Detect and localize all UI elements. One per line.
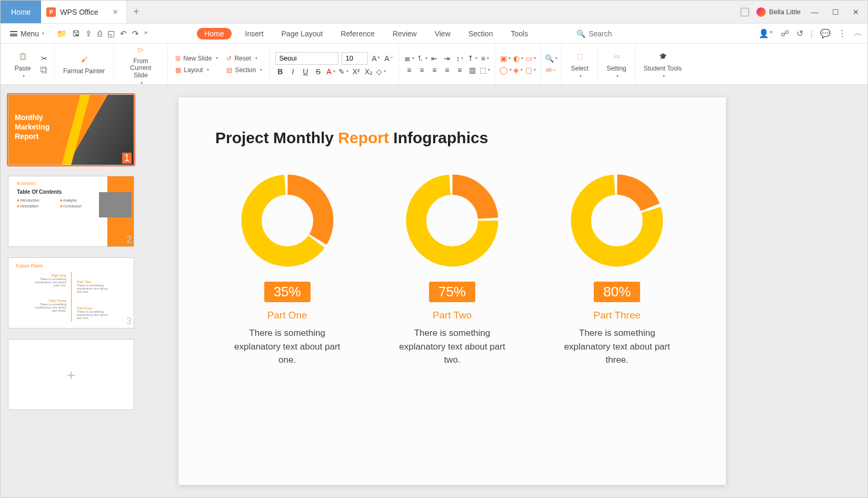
align-center-icon[interactable]: ≡ bbox=[417, 65, 426, 75]
bullets-icon[interactable]: ≣ bbox=[404, 54, 414, 63]
find-icon[interactable]: 🔍 bbox=[546, 54, 556, 63]
close-window-button[interactable]: ✕ bbox=[850, 6, 862, 18]
maximize-button[interactable]: ☐ bbox=[829, 6, 842, 18]
subscript-icon[interactable]: X₂ bbox=[364, 67, 373, 76]
replace-icon[interactable]: ab↔ bbox=[546, 65, 556, 75]
convert-smartart-icon[interactable]: ⬚ bbox=[480, 65, 490, 75]
setting-button[interactable]: ▭ Setting bbox=[603, 48, 629, 79]
tab-section[interactable]: Section bbox=[464, 27, 497, 40]
shapes-icon[interactable]: ◐ bbox=[513, 54, 523, 63]
search-input[interactable] bbox=[588, 29, 652, 38]
preview-icon[interactable]: ◱ bbox=[107, 29, 115, 38]
shrink-font-icon[interactable]: A⁻ bbox=[384, 54, 393, 63]
user-chip[interactable]: Bella Little bbox=[756, 7, 801, 17]
shape-effects-icon[interactable]: ▢ bbox=[526, 65, 535, 75]
history-icon[interactable]: ↺ bbox=[796, 28, 803, 38]
copy-icon[interactable]: ⿻ bbox=[39, 65, 49, 75]
slide-thumb-2[interactable]: BUSINESS Table Of Contents IntroductionA… bbox=[8, 176, 134, 247]
document-tab[interactable]: P WPS Office × bbox=[41, 1, 126, 23]
tab-home[interactable]: Home bbox=[197, 28, 231, 39]
slide-canvas-area: Project Monthly Report Infographics 35% … bbox=[158, 85, 867, 497]
ribbon: 📋 Paste ✂ ⿻ 🖌 Farmat Painter ▷ From Curr… bbox=[1, 44, 867, 85]
tab-view[interactable]: View bbox=[431, 27, 455, 40]
strikethrough-icon[interactable]: S bbox=[313, 67, 323, 76]
search-box[interactable]: 🔍 bbox=[576, 29, 652, 38]
select-icon: ⬚ bbox=[573, 49, 586, 63]
section-icon: ▤ bbox=[226, 66, 232, 74]
donut-part-two: 75% Part Two There is something explanat… bbox=[394, 173, 510, 367]
picture-icon[interactable]: ▣ bbox=[501, 54, 510, 63]
donut-part-three: 80% Part Three There is something explan… bbox=[559, 173, 675, 367]
layout-button[interactable]: ▦Layout bbox=[173, 65, 220, 75]
section-button[interactable]: ▤Section bbox=[224, 65, 264, 75]
window-layout-icon[interactable] bbox=[741, 8, 749, 16]
numbering-icon[interactable]: ⒈ bbox=[417, 54, 426, 63]
add-slide-thumb[interactable]: ＋ bbox=[8, 339, 134, 410]
close-tab-icon[interactable]: × bbox=[113, 7, 117, 17]
underline-icon[interactable]: U bbox=[301, 67, 310, 76]
distribute-icon[interactable]: ≡ bbox=[455, 65, 464, 75]
layout-icon: ▦ bbox=[175, 66, 181, 74]
superscript-icon[interactable]: X² bbox=[351, 67, 361, 76]
qat-more-icon[interactable]: » bbox=[144, 29, 147, 38]
add-user-icon[interactable]: 👤⁺ bbox=[759, 28, 773, 38]
shape-outline-icon[interactable]: ◈ bbox=[513, 65, 523, 75]
clear-format-icon[interactable]: ◇ bbox=[376, 67, 386, 76]
tab-insert[interactable]: Insert bbox=[241, 27, 268, 40]
decrease-indent-icon[interactable]: ⇤ bbox=[430, 54, 439, 63]
tab-page-layout[interactable]: Page Layout bbox=[277, 27, 327, 40]
chat-icon[interactable]: 💬 bbox=[820, 28, 831, 38]
line-spacing-icon[interactable]: ↕ bbox=[455, 54, 464, 63]
new-tab-button[interactable]: + bbox=[127, 1, 146, 23]
more-icon[interactable]: ⋮ bbox=[838, 28, 846, 38]
menu-button[interactable]: Menu ▾ bbox=[6, 27, 48, 40]
align-left-icon[interactable]: ≡ bbox=[404, 65, 414, 75]
select-button[interactable]: ⬚ Select bbox=[567, 48, 592, 79]
shape-fill-icon[interactable]: ◯ bbox=[501, 65, 510, 75]
justify-icon[interactable]: ≡ bbox=[442, 65, 452, 75]
from-current-slide-button[interactable]: ▷ From Current Slide bbox=[119, 42, 162, 86]
open-icon[interactable]: 📁 bbox=[57, 29, 67, 38]
home-tab[interactable]: Home bbox=[1, 1, 41, 23]
paste-button[interactable]: 📋 Paste bbox=[10, 48, 35, 79]
workspace: Monthly Marketing Report 1 BUSINESS Tabl… bbox=[1, 85, 867, 497]
slide-thumb-1[interactable]: Monthly Marketing Report 1 bbox=[8, 94, 134, 165]
undo-icon[interactable]: ↶ bbox=[120, 29, 127, 38]
share-icon[interactable]: ☍ bbox=[781, 28, 789, 38]
collapse-ribbon-icon[interactable]: ︿ bbox=[854, 28, 862, 39]
reset-button[interactable]: ↺Reset bbox=[224, 54, 264, 63]
font-name-select[interactable] bbox=[275, 52, 338, 65]
bold-icon[interactable]: B bbox=[275, 67, 285, 76]
font-group: A⁺ A⁻ B I U S A ✎ X² X₂ ◇ bbox=[270, 44, 399, 84]
cut-icon[interactable]: ✂ bbox=[39, 54, 49, 63]
format-painter-button[interactable]: 🖌 Farmat Painter bbox=[60, 52, 108, 76]
student-tools-button[interactable]: 🎓 Student Tools bbox=[641, 48, 685, 79]
slide-canvas[interactable]: Project Monthly Report Infographics 35% … bbox=[178, 97, 726, 485]
svg-point-1 bbox=[251, 185, 323, 256]
italic-icon[interactable]: I bbox=[288, 67, 297, 76]
highlight-icon[interactable]: ✎ bbox=[338, 67, 348, 76]
export-icon[interactable]: ⇪ bbox=[85, 29, 92, 38]
columns-icon[interactable]: ▥ bbox=[467, 65, 477, 75]
user-name: Bella Little bbox=[769, 8, 801, 16]
grow-font-icon[interactable]: A⁺ bbox=[371, 54, 381, 63]
align-text-icon[interactable]: ≡ bbox=[480, 54, 490, 63]
tab-review[interactable]: Review bbox=[388, 27, 421, 40]
menu-row-right: 👤⁺ ☍ ↺ | 💬 ⋮ ︿ bbox=[759, 28, 862, 39]
text-direction-icon[interactable]: ⤒ bbox=[467, 54, 477, 63]
arrange-icon[interactable]: ▭ bbox=[526, 54, 535, 63]
part-desc: There is something explanatory text abou… bbox=[559, 326, 675, 367]
save-icon[interactable]: 🖫 bbox=[72, 29, 80, 38]
font-color-icon[interactable]: A bbox=[326, 67, 335, 76]
slide-thumb-3[interactable]: Future Plans Part OneThere is something … bbox=[8, 257, 134, 328]
new-slide-button[interactable]: ⊞New Slide bbox=[173, 54, 220, 63]
tab-reference[interactable]: Reference bbox=[336, 27, 379, 40]
print-icon[interactable]: ⎙ bbox=[97, 29, 102, 38]
increase-indent-icon[interactable]: ⇥ bbox=[442, 54, 452, 63]
minimize-button[interactable]: — bbox=[808, 6, 822, 18]
tab-tools[interactable]: Tools bbox=[506, 27, 532, 40]
font-size-select[interactable] bbox=[342, 52, 368, 65]
redo-icon[interactable]: ↷ bbox=[132, 29, 139, 38]
part-desc: There is something explanatory text abou… bbox=[230, 326, 345, 367]
align-right-icon[interactable]: ≡ bbox=[430, 65, 439, 75]
